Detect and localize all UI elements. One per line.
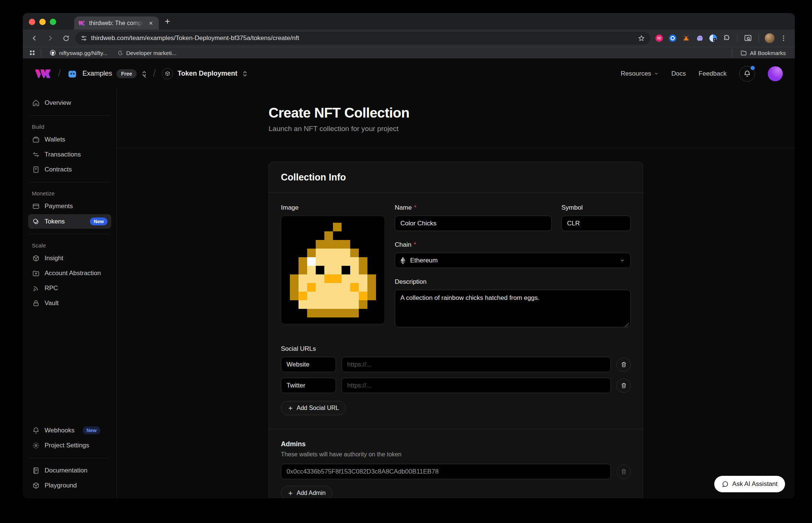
chain-field-group: Chain * Ethereum xyxy=(395,241,631,268)
kebab-menu-icon[interactable] xyxy=(779,34,788,43)
maximize-window-button[interactable] xyxy=(50,19,56,25)
chevron-up-down-icon[interactable] xyxy=(141,70,147,77)
admin-row xyxy=(281,464,631,479)
sidebar-item-playground[interactable]: Playground xyxy=(28,478,111,493)
extensions-row xyxy=(653,33,790,43)
new-tab-button[interactable]: + xyxy=(165,16,170,27)
sidebar-item-account-abstraction[interactable]: Account Abstraction xyxy=(28,266,111,280)
close-window-button[interactable] xyxy=(29,19,35,25)
chain-label: Chain xyxy=(395,241,411,249)
phantom-extension-icon[interactable] xyxy=(695,34,704,43)
page-subtitle: Launch an NFT collection for your projec… xyxy=(269,125,643,133)
site-settings-icon[interactable] xyxy=(81,35,87,42)
content-area: Collection Info Image xyxy=(117,148,795,498)
pink-extension-icon[interactable] xyxy=(655,34,664,43)
forward-icon[interactable] xyxy=(44,32,57,45)
minimize-window-button[interactable] xyxy=(39,19,46,25)
sidebar-item-payments[interactable]: Payments xyxy=(28,199,111,213)
toolbar-divider xyxy=(737,34,737,42)
metamask-fox-icon[interactable] xyxy=(682,34,691,43)
team-name: Examples xyxy=(82,70,112,77)
thirdweb-logo-icon[interactable] xyxy=(35,69,52,79)
delete-social-row-button[interactable] xyxy=(616,358,631,372)
admin-address-input[interactable] xyxy=(281,464,611,479)
admins-label: Admins xyxy=(281,440,631,448)
nft-image-upload[interactable] xyxy=(281,216,385,324)
project-cube-icon xyxy=(162,68,173,79)
social-url-input[interactable] xyxy=(342,357,611,372)
card-title: Collection Info xyxy=(281,172,631,183)
team-selector[interactable]: Examples Free xyxy=(67,68,147,79)
notifications-button[interactable] xyxy=(739,66,755,82)
nav-docs[interactable]: Docs xyxy=(672,70,686,77)
symbol-input[interactable] xyxy=(561,216,631,231)
project-name: Token Deployment xyxy=(178,70,237,77)
tab-close-icon[interactable]: × xyxy=(147,19,154,27)
bookmark-developer-marketing[interactable]: Developer marketi... xyxy=(114,49,179,57)
collection-info-card: Collection Info Image xyxy=(269,162,643,498)
user-avatar[interactable] xyxy=(768,66,783,81)
home-icon xyxy=(32,99,40,107)
all-bookmarks-button[interactable]: All Bookmarks xyxy=(737,49,789,57)
resize-grip-icon[interactable] xyxy=(625,323,629,327)
folder-icon xyxy=(740,50,747,56)
sidebar-item-transactions[interactable]: Transactions xyxy=(28,148,111,162)
nav-resources[interactable]: Resources xyxy=(621,70,658,77)
bookmark-label: niftyswap.gg/Nifty... xyxy=(59,50,107,56)
sidebar-item-project-settings[interactable]: Project Settings xyxy=(28,438,111,453)
delete-admin-button[interactable] xyxy=(616,465,631,479)
chevron-down-icon xyxy=(654,71,659,76)
back-icon[interactable] xyxy=(28,32,41,45)
platform-select[interactable]: Website xyxy=(281,357,336,372)
reload-icon[interactable] xyxy=(60,32,72,45)
sidebar-section-monetize: Monetize xyxy=(28,187,111,199)
gear-icon xyxy=(32,442,40,449)
tab-search-icon[interactable] xyxy=(743,34,752,43)
sidebar-item-insight[interactable]: Insight xyxy=(28,251,111,265)
nav-feedback[interactable]: Feedback xyxy=(699,70,727,77)
trash-icon xyxy=(621,468,627,475)
social-url-input[interactable] xyxy=(342,378,611,393)
bell-icon xyxy=(743,70,751,77)
project-selector[interactable]: Token Deployment xyxy=(162,68,248,79)
sidebar-item-rpc[interactable]: RPC xyxy=(28,281,111,295)
github-icon xyxy=(49,49,56,56)
blue-ring-extension-icon[interactable] xyxy=(668,34,677,43)
url-bar[interactable]: thirdweb.com/team/examples/Token-Deploym… xyxy=(75,32,650,45)
add-admin-button[interactable]: Add Admin xyxy=(281,486,332,498)
url-text[interactable]: thirdweb.com/team/examples/Token-Deploym… xyxy=(91,34,634,42)
ask-ai-assistant-button[interactable]: Ask AI Assistant xyxy=(714,476,785,492)
chrome-profile-avatar[interactable] xyxy=(765,33,775,43)
document-icon xyxy=(32,166,40,173)
admins-subtitle: These wallets will have authority on the… xyxy=(281,451,631,458)
delete-social-row-button[interactable] xyxy=(616,378,631,393)
main-content: Create NFT Collection Launch an NFT coll… xyxy=(117,89,795,498)
social-urls-section: Social URLs Website Twitter xyxy=(281,345,631,415)
platform-select[interactable]: Twitter xyxy=(281,378,336,393)
sidebar-item-tokens[interactable]: Tokens New xyxy=(28,214,111,229)
ethereum-icon xyxy=(400,257,406,264)
bookmark-niftyswap[interactable]: niftyswap.gg/Nifty... xyxy=(46,48,110,57)
bookmark-star-icon[interactable] xyxy=(638,35,645,42)
sidebar-item-contracts[interactable]: Contracts xyxy=(28,162,111,177)
clock-extension-icon[interactable] xyxy=(709,34,718,43)
sidebar-item-vault[interactable]: Vault xyxy=(28,296,111,310)
chevron-up-down-icon-2[interactable] xyxy=(242,70,248,77)
sidebar-item-wallets[interactable]: Wallets xyxy=(28,133,111,147)
name-input[interactable] xyxy=(395,216,552,231)
sidebar-item-webhooks[interactable]: Webhooks New xyxy=(28,423,111,438)
extensions-puzzle-icon[interactable] xyxy=(722,34,731,43)
add-social-url-button[interactable]: Add Social URL xyxy=(281,401,346,415)
chain-select[interactable]: Ethereum xyxy=(395,253,631,268)
description-textarea[interactable]: A collection of rainbow chicks hatched f… xyxy=(395,290,631,327)
chain-value: Ethereum xyxy=(410,257,438,264)
sidebar-section-scale: Scale xyxy=(28,239,111,251)
apps-grid-icon[interactable] xyxy=(29,49,36,56)
browser-window: thirdweb: The complete web3 × + thirdweb… xyxy=(23,13,795,498)
browser-tab[interactable]: thirdweb: The complete web3 × xyxy=(74,16,159,30)
sidebar-item-documentation[interactable]: Documentation xyxy=(28,463,111,478)
trash-icon xyxy=(621,382,627,389)
sidebar: Overview Build Wallets Transactions Cont… xyxy=(23,89,117,498)
sidebar-item-overview[interactable]: Overview xyxy=(28,96,111,110)
signal-icon xyxy=(32,285,40,292)
